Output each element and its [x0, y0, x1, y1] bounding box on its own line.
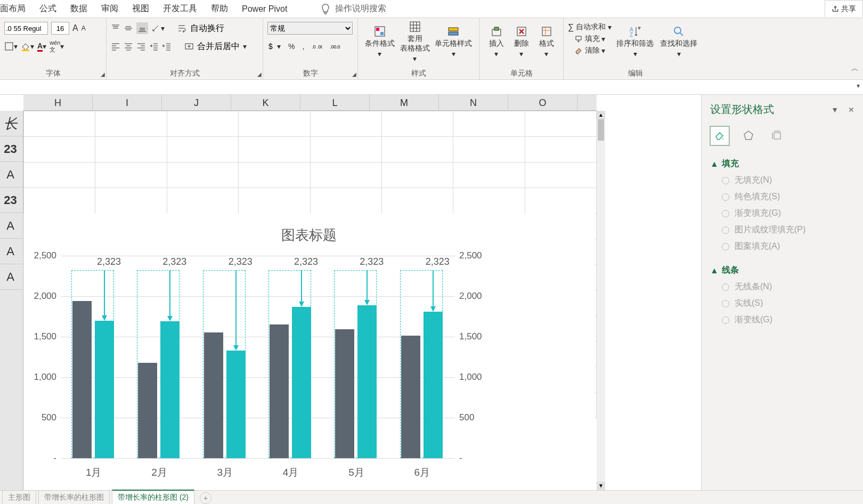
sheet-tab[interactable]: 带增长率的柱形图: [38, 490, 110, 504]
fill-option[interactable]: 图片或纹理填充(P): [722, 224, 854, 235]
sheet-tab[interactable]: 带增长率的柱形图 (2): [112, 490, 194, 504]
ribbon-tabs: 面布局 公式 数据 审阅 视图 开发工具 帮助 Power Pivot 操作说明…: [0, 0, 863, 18]
close-pane-button[interactable]: ✕: [848, 105, 854, 114]
format-table-button[interactable]: 套用 表格格式▾: [397, 20, 433, 63]
scroll-up-button[interactable]: ▲: [597, 111, 605, 119]
col-header[interactable]: M: [370, 95, 439, 110]
line-option[interactable]: 实线(S): [722, 298, 854, 309]
tab-dev[interactable]: 开发工具: [163, 3, 197, 14]
indent-icon: [162, 42, 172, 51]
sort-filter-button[interactable]: AZ 排序和筛选▾: [615, 20, 655, 63]
align-dialog-launcher[interactable]: ◢: [257, 71, 262, 77]
row-cell: A: [0, 239, 23, 264]
decrease-font-button[interactable]: A: [82, 25, 86, 32]
svg-text:.0: .0: [336, 44, 340, 50]
plot-area[interactable]: -5001,0001,5002,0002,5002,3231月2,3232月2,…: [61, 256, 455, 458]
collapse-ribbon-button[interactable]: ︿: [851, 64, 859, 74]
number-dialog-launcher[interactable]: ◢: [352, 71, 356, 77]
line-option[interactable]: 无线条(N): [722, 281, 854, 292]
inc-dec-icon: .0.00: [312, 43, 322, 50]
size-tab[interactable]: [768, 126, 787, 145]
tab-pagelayout[interactable]: 面布局: [0, 3, 26, 14]
vertical-scrollbar[interactable]: ▲ ▼: [597, 111, 605, 490]
line-section-head[interactable]: ▲ 线条: [710, 265, 854, 276]
increase-indent-button[interactable]: [162, 42, 172, 51]
col-header[interactable]: I: [93, 95, 162, 110]
clear-button[interactable]: 清除 ▾: [568, 46, 612, 55]
increase-font-button[interactable]: A: [72, 23, 78, 33]
fill-option[interactable]: 无填充(N): [722, 175, 854, 186]
format-shape-pane: 设置形状格式 ▼ ✕ ▲ 填充 无填充(N) 纯色填充(S) 渐变填充(G) 图…: [701, 95, 863, 490]
comma-style-button[interactable]: ,: [302, 42, 304, 51]
fill-button[interactable]: 填充 ▾: [568, 34, 612, 44]
share-icon: [832, 5, 839, 13]
new-sheet-button[interactable]: +: [200, 492, 211, 504]
fill-section-head[interactable]: ▲ 填充: [710, 158, 854, 169]
tab-review[interactable]: 审阅: [101, 3, 118, 14]
fill-line-tab[interactable]: [710, 126, 729, 145]
tab-data[interactable]: 数据: [70, 3, 87, 14]
conditional-format-button[interactable]: 条件格式▾: [362, 20, 397, 63]
scroll-down-button[interactable]: ▼: [597, 482, 605, 490]
wrap-text-button[interactable]: [177, 23, 187, 33]
align-bottom-button[interactable]: [136, 22, 148, 34]
increase-decimal-button[interactable]: .0.00: [312, 43, 322, 50]
insert-button[interactable]: 插入▾: [484, 20, 509, 63]
align-top-button[interactable]: [111, 23, 120, 33]
borders-button[interactable]: ▾: [4, 42, 18, 51]
tab-help[interactable]: 帮助: [211, 3, 228, 14]
align-center-button[interactable]: [124, 42, 133, 51]
col-header[interactable]: O: [508, 95, 577, 110]
merge-center-button[interactable]: [184, 42, 194, 51]
fill-option[interactable]: 图案填充(A): [722, 241, 854, 252]
tell-me-search[interactable]: 操作说明搜索: [319, 3, 386, 15]
orientation-button[interactable]: ▾: [151, 23, 165, 33]
merge-dropdown[interactable]: ▾: [243, 42, 247, 51]
phonetic-button[interactable]: wén文▾: [50, 39, 64, 54]
formula-bar-expand[interactable]: ▾: [857, 82, 860, 90]
align-middle-button[interactable]: [124, 23, 133, 33]
cell-styles-button[interactable]: 单元格样式▾: [432, 20, 475, 63]
align-left-button[interactable]: [111, 42, 120, 51]
chart-title[interactable]: 图表标题: [23, 226, 595, 245]
scroll-thumb[interactable]: [598, 119, 604, 141]
col-header[interactable]: N: [439, 95, 508, 110]
accounting-format-button[interactable]: $▾: [267, 42, 281, 51]
find-select-button[interactable]: 查找和选择▾: [658, 20, 699, 63]
decrease-indent-button[interactable]: [149, 42, 159, 51]
col-header[interactable]: J: [162, 95, 231, 110]
align-top-icon: [111, 23, 120, 33]
tab-view[interactable]: 视图: [132, 3, 149, 14]
col-header[interactable]: K: [231, 95, 300, 110]
format-button[interactable]: 格式▾: [534, 20, 559, 63]
align-right-button[interactable]: [136, 42, 146, 51]
formula-bar[interactable]: ▾: [0, 80, 863, 95]
fill-option[interactable]: 渐变填充(G): [722, 208, 854, 219]
group-cells-label: 单元格: [479, 69, 563, 78]
chart-object[interactable]: 图表标题 -5001,0001,5002,0002,5002,3231月2,32…: [23, 213, 595, 504]
col-header[interactable]: L: [300, 95, 370, 110]
insert-icon: [490, 25, 503, 38]
font-color-button[interactable]: A▾: [37, 42, 46, 52]
share-button[interactable]: 共享: [825, 0, 863, 18]
effects-tab[interactable]: [739, 126, 758, 145]
pane-title: 设置形状格式: [710, 102, 774, 117]
decrease-decimal-button[interactable]: .00.0: [330, 43, 340, 50]
autosum-button[interactable]: ∑ 自动求和 ▾: [568, 22, 612, 32]
font-dialog-launcher[interactable]: ◢: [101, 71, 105, 77]
font-name-input[interactable]: [4, 22, 48, 35]
sheet-tab[interactable]: 主形图: [2, 490, 36, 504]
col-header[interactable]: H: [23, 95, 93, 110]
currency-icon: $: [267, 42, 277, 51]
percent-button[interactable]: %: [288, 42, 295, 51]
line-option[interactable]: 渐变线(G): [722, 314, 854, 326]
fill-option[interactable]: 纯色填充(S): [722, 191, 854, 202]
delete-button[interactable]: 删除▾: [509, 20, 534, 63]
fill-color-button[interactable]: ▾: [21, 42, 34, 51]
font-size-input[interactable]: [51, 22, 69, 35]
search-icon: [672, 25, 685, 38]
tab-formulas[interactable]: 公式: [39, 3, 56, 14]
number-format-select[interactable]: 常规: [267, 22, 353, 35]
pane-options-button[interactable]: ▼: [831, 105, 838, 114]
tab-powerpivot[interactable]: Power Pivot: [242, 4, 287, 14]
